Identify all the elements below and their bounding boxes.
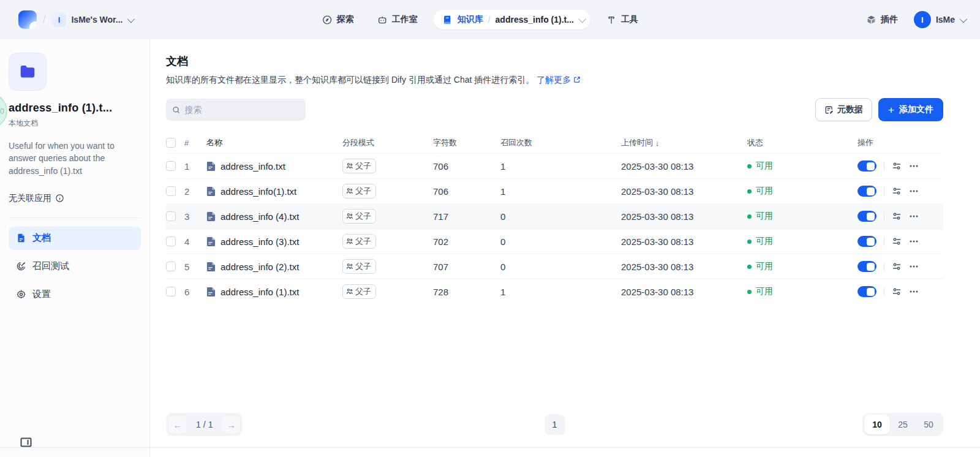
file-icon [206,186,216,197]
select-all-checkbox[interactable] [166,138,176,148]
sidebar-divider [9,217,141,218]
plugins-button[interactable]: 插件 [864,9,900,30]
more-actions-icon[interactable] [909,211,919,221]
nav-tools[interactable]: 工具 [599,9,646,30]
documents-panel: 文档 知识库的所有文件都在这里显示，整个知识库都可以链接到 Dify 引用或通过… [150,39,980,457]
row-checkbox[interactable] [166,161,176,171]
nav-knowledge-active[interactable]: 知识库 / address_info (1).t... [434,10,590,29]
sidebar-item-documents[interactable]: 文档 [9,227,141,250]
upload-time: 2025-03-30 08:13 [621,161,747,172]
header-uploaded-sortable[interactable]: 上传时间 ↓ [621,137,747,148]
row-checkbox[interactable] [166,236,176,246]
sidebar-item-settings[interactable]: 设置 [9,283,141,306]
status-badge: 可用 [747,186,858,197]
dataset-sidebar: address_info (1).t... 本地文档 Useful for wh… [0,39,150,457]
table-row[interactable]: 5 address_info (2).txt 父子 707 0 2025-03-… [166,254,943,279]
upload-time: 2025-03-30 08:13 [621,262,747,272]
dify-logo[interactable] [18,10,37,29]
row-checkbox[interactable] [166,262,176,271]
nav-explore[interactable]: 探索 [315,9,361,30]
document-name[interactable]: address_info (1).txt [221,287,299,297]
header-actions: 操作 [858,137,943,148]
page-size-selector: 10 25 50 [862,413,943,436]
info-icon[interactable] [55,194,64,203]
row-checkbox[interactable] [166,186,176,196]
recall-count: 0 [500,262,621,272]
more-actions-icon[interactable] [909,186,919,196]
settings-sliders-icon[interactable] [892,186,902,196]
toolbar: 元数据 + 添加文件 [166,98,943,121]
table-row[interactable]: 6 address_info (1).txt 父子 728 1 2025-03-… [166,279,943,304]
status-dot [747,164,752,168]
document-name[interactable]: address_info (2).txt [221,262,299,272]
settings-sliders-icon[interactable] [892,287,902,296]
enable-toggle[interactable] [858,286,876,297]
page-description: 知识库的所有文件都在这里显示，整个知识库都可以链接到 Dify 引用或通过 Ch… [166,75,943,86]
status-dot [747,290,752,294]
workspace-selector[interactable]: I IsMe's Wor... [51,12,133,27]
enable-toggle[interactable] [858,161,876,172]
header-status: 状态 [747,137,858,148]
enable-toggle[interactable] [858,261,876,272]
chunk-mode-badge: 父子 [342,159,376,173]
more-actions-icon[interactable] [909,161,919,171]
settings-sliders-icon[interactable] [892,161,902,171]
row-checkbox[interactable] [166,287,176,296]
status-badge: 可用 [747,286,858,297]
collapse-sidebar-button[interactable] [20,437,32,450]
page-size-50[interactable]: 50 [916,415,941,434]
char-count: 728 [433,287,500,297]
enable-toggle[interactable] [858,236,876,247]
workspace-avatar: I [51,12,66,27]
table-row[interactable]: 3 address_info (4).txt 父子 717 0 2025-03-… [166,203,943,228]
upload-time: 2025-03-30 08:13 [621,236,747,247]
enable-toggle[interactable] [858,186,876,197]
enable-toggle[interactable] [858,211,876,222]
search-box[interactable] [166,99,306,121]
row-index: 6 [184,287,206,297]
settings-sliders-icon[interactable] [892,211,902,221]
status-badge: 可用 [747,236,858,247]
document-name[interactable]: address_info(1).txt [221,186,296,197]
more-actions-icon[interactable] [909,287,919,296]
plus-icon: + [888,105,894,115]
chevron-down-icon [960,15,968,23]
recall-count: 1 [500,186,621,197]
settings-sliders-icon[interactable] [892,236,902,246]
more-actions-icon[interactable] [909,236,919,246]
window-bottom-divider [0,447,980,448]
nav-studio[interactable]: 工作室 [370,9,425,30]
table-row[interactable]: 1 address_info.txt 父子 706 1 2025-03-30 0… [166,153,943,178]
nav-knowledge-label: 知识库 [458,14,483,25]
next-page-button[interactable]: → [221,415,241,434]
more-actions-icon[interactable] [909,262,919,271]
row-checkbox[interactable] [166,211,176,221]
page-size-25[interactable]: 25 [890,415,916,434]
add-file-button[interactable]: + 添加文件 [878,98,943,121]
upload-time: 2025-03-30 08:13 [621,186,747,197]
actions-divider [884,162,884,170]
user-menu[interactable]: I IsMe [914,11,965,28]
search-input[interactable] [185,105,300,115]
external-link-icon [573,76,581,83]
page-size-10[interactable]: 10 [864,415,890,434]
metadata-button[interactable]: 元数据 [815,98,872,121]
status-dot [747,189,752,194]
compass-icon [322,15,333,25]
document-name[interactable]: address_info (4).txt [221,211,299,222]
sidebar-item-retrieval-test[interactable]: 召回测试 [9,255,141,278]
document-name[interactable]: address_info.txt [221,161,285,172]
status-dot [747,214,752,219]
page-number-button[interactable]: 1 [545,414,565,435]
table-row[interactable]: 2 address_info(1).txt 父子 706 1 2025-03-3… [166,178,943,203]
actions-divider [884,262,884,271]
learn-more-link[interactable]: 了解更多 [537,75,581,85]
upload-time: 2025-03-30 08:13 [621,287,747,297]
document-name[interactable]: address_info (3).txt [221,236,299,247]
folder-icon [18,62,37,81]
settings-sliders-icon[interactable] [892,262,902,271]
table-row[interactable]: 4 address_info (3).txt 父子 702 0 2025-03-… [166,228,943,254]
prev-page-button[interactable]: ← [168,415,187,434]
pagination-bar: ← 1/1 → 1 10 25 50 [166,413,943,436]
header-mode: 分段模式 [342,137,433,148]
